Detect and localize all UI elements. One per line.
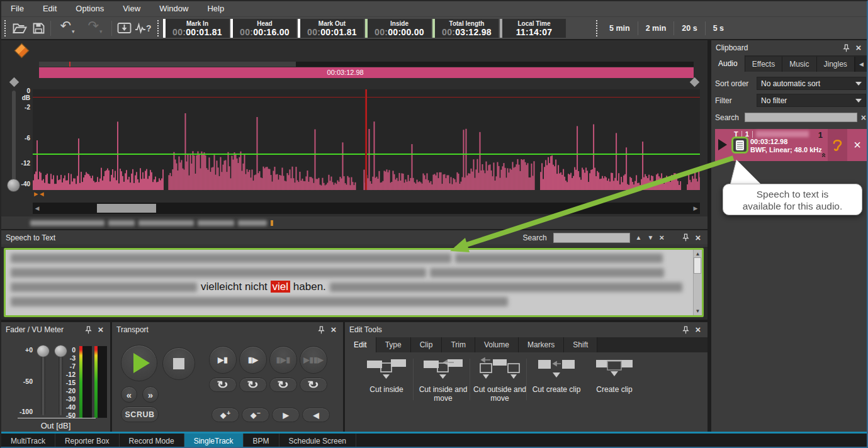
tool-create-clip[interactable]: Create clip bbox=[585, 357, 643, 394]
search-prev-icon[interactable]: ▲ bbox=[636, 234, 642, 241]
pin-icon[interactable] bbox=[316, 325, 326, 335]
menu-options[interactable]: Options bbox=[66, 1, 113, 16]
tab-type[interactable]: Type bbox=[376, 337, 411, 352]
open-file-button[interactable] bbox=[10, 20, 29, 37]
time-display-total-length[interactable]: Total length 00:03:12.98 bbox=[432, 19, 499, 38]
tab-markers[interactable]: Markers bbox=[519, 337, 564, 352]
scroll-left-icon[interactable]: ◀ bbox=[33, 205, 42, 211]
close-icon[interactable]: × bbox=[329, 325, 339, 335]
scrollbar-thumb[interactable] bbox=[694, 257, 701, 274]
scrollbar-track[interactable] bbox=[42, 203, 691, 214]
tab-clip[interactable]: Clip bbox=[411, 337, 442, 352]
import-audio-button[interactable] bbox=[115, 20, 133, 37]
clipboard-search-input[interactable] bbox=[745, 113, 857, 122]
toolbar-grip[interactable] bbox=[157, 20, 160, 36]
tab-schedule-screen[interactable]: Schedule Screen bbox=[279, 434, 356, 448]
time-display-mark-in[interactable]: Mark In 00:00:01.81 bbox=[163, 19, 229, 38]
horizontal-scrollbar[interactable]: ◀ ▶ bbox=[33, 203, 700, 214]
toolbar-grip[interactable] bbox=[4, 20, 7, 36]
pin-icon[interactable] bbox=[680, 325, 690, 335]
stop-button[interactable] bbox=[162, 347, 195, 380]
tool-cut-outside-and-move[interactable]: Cut outside and move bbox=[471, 357, 529, 403]
tab-record-mode[interactable]: Record Mode bbox=[120, 434, 184, 448]
fader-knob-left[interactable] bbox=[37, 345, 50, 357]
prev-marker-button[interactable]: ◀ bbox=[302, 408, 330, 422]
close-icon[interactable]: × bbox=[693, 233, 703, 243]
scroll-down-icon[interactable]: ▼ bbox=[696, 308, 701, 314]
speech-detect-button[interactable]: ? bbox=[133, 20, 152, 37]
forward-button[interactable]: » bbox=[142, 386, 159, 403]
transcript-area[interactable]: vielleicht nicht viel haben. ▲ ▼ bbox=[4, 248, 704, 317]
sort-order-select[interactable]: No automatic sort bbox=[757, 77, 866, 90]
play-button[interactable] bbox=[121, 345, 157, 381]
clip-overview-bar[interactable]: 00:03:12.98 bbox=[39, 67, 694, 78]
position-marker-diamond[interactable] bbox=[14, 43, 29, 58]
tab-audio[interactable]: Audio bbox=[711, 55, 745, 72]
tab-volume[interactable]: Volume bbox=[475, 337, 519, 352]
play-between-marks-button[interactable]: ▮▶▮ bbox=[269, 346, 297, 374]
time-display-local-time[interactable]: Local Time 11:14:07 bbox=[500, 19, 566, 38]
loop-2-button[interactable]: ↻ bbox=[239, 378, 267, 392]
tab-reporter-box[interactable]: Reporter Box bbox=[55, 434, 120, 448]
close-icon[interactable]: × bbox=[854, 43, 864, 53]
fader-track-right[interactable] bbox=[59, 352, 63, 415]
search-clear-icon[interactable]: × bbox=[861, 113, 866, 123]
undo-button[interactable]: ↶▾ bbox=[54, 20, 81, 37]
fader-track-left[interactable] bbox=[41, 352, 45, 415]
prelisten-button[interactable] bbox=[828, 129, 847, 161]
search-clear-icon[interactable]: × bbox=[659, 233, 664, 242]
time-display-head[interactable]: Head 00:00:16.00 bbox=[230, 19, 296, 38]
transcript-visible-text[interactable]: vielleicht nicht viel haben. bbox=[201, 281, 326, 293]
search-next-icon[interactable]: ▼ bbox=[648, 234, 654, 241]
speech-to-text-available-badge[interactable] bbox=[731, 137, 748, 154]
menu-edit[interactable]: Edit bbox=[33, 1, 66, 16]
redo-button[interactable]: ↷▾ bbox=[81, 20, 109, 37]
remove-marker-button[interactable]: ◆− bbox=[242, 408, 269, 422]
loop-3-button[interactable]: ↻ bbox=[269, 378, 297, 392]
tool-cut-create-clip[interactable]: Cut create clip bbox=[527, 357, 585, 394]
tab-jingles[interactable]: Jingles bbox=[817, 57, 855, 72]
tab-scroll-left-icon[interactable]: ◀ bbox=[859, 61, 864, 67]
tab-music[interactable]: Music bbox=[782, 57, 816, 72]
close-icon[interactable]: × bbox=[693, 325, 703, 335]
gain-slider-track[interactable] bbox=[12, 91, 16, 189]
scrub-button[interactable]: SCRUB bbox=[121, 406, 159, 422]
save-button[interactable] bbox=[29, 20, 48, 37]
play-around-marks-button[interactable]: ▶▮▮▶ bbox=[300, 346, 327, 374]
tool-cut-inside[interactable]: Cut inside bbox=[358, 357, 415, 394]
play-to-mark-button[interactable]: ▶▮ bbox=[209, 346, 237, 374]
close-icon[interactable]: × bbox=[96, 325, 106, 335]
pin-icon[interactable] bbox=[83, 325, 93, 335]
tab-shift[interactable]: Shift bbox=[564, 337, 597, 352]
time-display-mark-out[interactable]: Mark Out 00:00:01.81 bbox=[298, 19, 364, 38]
tab-multitrack[interactable]: MultiTrack bbox=[1, 434, 55, 448]
time-display-inside[interactable]: Inside 00:00:00.00 bbox=[365, 19, 431, 38]
tab-trim[interactable]: Trim bbox=[442, 337, 475, 352]
menu-file[interactable]: File bbox=[1, 1, 33, 16]
tab-effects[interactable]: Effects bbox=[745, 57, 782, 72]
tool-cut-inside-and-move[interactable]: Cut inside and move bbox=[414, 357, 472, 403]
playhead-cursor[interactable] bbox=[365, 89, 367, 190]
tab-bpm[interactable]: BPM bbox=[244, 434, 279, 448]
clipboard-audio-item[interactable]: T 1 1 00:03:12.98 BWF, Linear; 48.0 kHz … bbox=[715, 129, 867, 161]
menu-window[interactable]: Window bbox=[150, 1, 198, 16]
scrollbar-thumb[interactable] bbox=[97, 204, 156, 213]
waveform-display[interactable] bbox=[33, 89, 700, 190]
next-marker-button[interactable]: ▶ bbox=[272, 408, 300, 422]
loop-4-button[interactable]: ↻ bbox=[300, 378, 327, 392]
collapse-icon[interactable]: « bbox=[820, 153, 829, 157]
right-boundary-diamond[interactable] bbox=[690, 77, 700, 87]
tab-edit[interactable]: Edit bbox=[345, 337, 376, 352]
zoom-5min-button[interactable]: 5 min bbox=[602, 21, 638, 36]
zoom-20s-button[interactable]: 20 s bbox=[674, 21, 704, 36]
left-boundary-diamond[interactable] bbox=[9, 77, 20, 87]
zoom-2min-button[interactable]: 2 min bbox=[638, 21, 674, 36]
menu-help[interactable]: Help bbox=[198, 1, 234, 16]
scroll-up-icon[interactable]: ▲ bbox=[696, 251, 701, 257]
add-marker-button[interactable]: ◆+ bbox=[211, 408, 239, 422]
menu-view[interactable]: View bbox=[113, 1, 150, 16]
zoom-range-bar[interactable] bbox=[39, 62, 694, 67]
play-from-mark-button[interactable]: ▮▶ bbox=[239, 346, 267, 374]
toolbar-grip[interactable] bbox=[596, 20, 599, 36]
rewind-button[interactable]: « bbox=[121, 386, 137, 403]
